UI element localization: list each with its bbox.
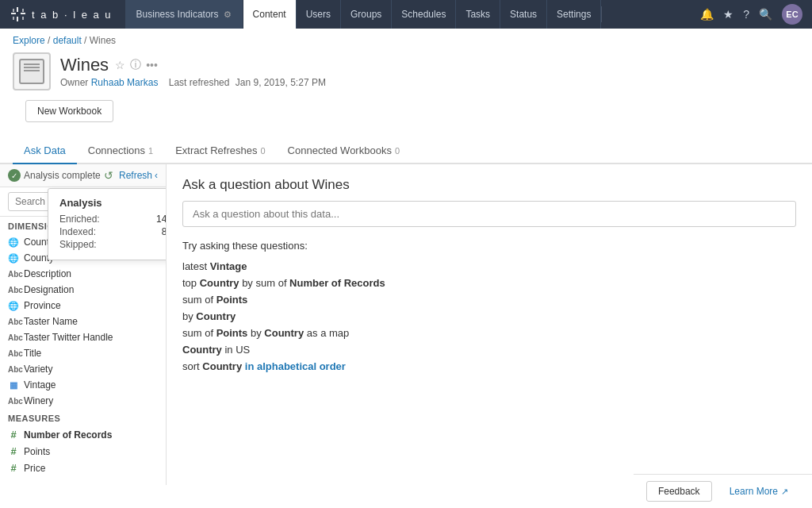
favorite-star-icon[interactable]: ☆ [115, 59, 125, 71]
calendar-icon: ▦ [8, 380, 19, 391]
svg-rect-7 [22, 17, 24, 20]
page-header: Wines ☆ ⓘ ••• Owner Ruhaab Markas Last r… [0, 52, 812, 100]
search-icon[interactable]: 🔍 [759, 8, 772, 21]
abc-icon-6: Abc [8, 365, 19, 374]
page-title-actions: ☆ ⓘ ••• [115, 58, 158, 72]
nav-status[interactable]: Status [500, 0, 547, 29]
nav-schedules[interactable]: Schedules [392, 0, 456, 29]
tooltip-row-skipped: Skipped: 1 field [59, 239, 167, 250]
suggestion-2[interactable]: top Country by sum of Number of Records [182, 275, 796, 291]
suggestion-5[interactable]: sum of Points by Country as a map [182, 325, 796, 341]
top-nav: t a b · l e a u Business Indicators ⚙ Co… [0, 0, 812, 29]
tab-connected-workbooks[interactable]: Connected Workbooks 0 [277, 138, 411, 164]
analysis-tooltip: Analysis Enriched: 14 / 15 fields Indexe… [48, 188, 167, 260]
analysis-complete: ✓ Analysis complete ↺ [8, 169, 113, 182]
tab-connections[interactable]: Connections 1 [77, 138, 164, 164]
abc-icon-3: Abc [8, 318, 19, 326]
content-area: ✓ Analysis complete ↺ Refresh ‹ Analysis… [0, 164, 812, 485]
field-winery[interactable]: Abc Winery [0, 393, 166, 409]
refresh-button[interactable]: Refresh ‹ [119, 170, 158, 181]
nav-divider [601, 6, 602, 22]
breadcrumb-explore[interactable]: Explore [13, 35, 45, 46]
nav-content[interactable]: Content [243, 0, 297, 29]
globe-icon: 🌐 [8, 237, 19, 248]
page-header-info: Wines ☆ ⓘ ••• Owner Ruhaab Markas Last r… [60, 55, 799, 88]
business-indicators-label: Business Indicators [136, 9, 219, 20]
abc-icon-5: Abc [8, 349, 19, 358]
svg-rect-4 [13, 9, 14, 12]
globe-icon-3: 🌐 [8, 301, 19, 311]
field-taster-twitter[interactable]: Abc Taster Twitter Handle [0, 329, 166, 345]
tab-ask-data[interactable]: Ask Data [13, 138, 77, 164]
breadcrumb-current: Wines [90, 35, 116, 46]
breadcrumb-default[interactable]: default [53, 35, 82, 46]
abc-icon-7: Abc [8, 397, 19, 406]
logo-text: t a b · l e a u [32, 9, 113, 21]
user-avatar[interactable]: EC [782, 4, 802, 25]
tableau-logo [10, 6, 27, 23]
field-title[interactable]: Abc Title [0, 345, 166, 361]
chevron-icon: ‹ [155, 170, 158, 181]
tabs-bar: Ask Data Connections 1 Extract Refreshes… [0, 138, 812, 164]
hash-icon-3: # [8, 462, 19, 474]
nav-settings[interactable]: Settings [547, 0, 601, 29]
tab-extract-refreshes[interactable]: Extract Refreshes 0 [164, 138, 276, 164]
svg-rect-6 [22, 9, 24, 12]
suggestions-title: Try asking these questions: [182, 240, 796, 252]
measures-header: Measures [0, 409, 166, 426]
star-icon[interactable]: ★ [723, 8, 733, 21]
abc-icon: Abc [8, 270, 19, 279]
main-content: Ask a question about Wines Try asking th… [167, 164, 812, 485]
svg-rect-1 [17, 17, 18, 21]
learn-more-button[interactable]: Learn More ↗ [718, 481, 799, 485]
suggestion-3[interactable]: sum of Points [182, 291, 796, 308]
question-input[interactable] [182, 201, 796, 227]
nav-tasks[interactable]: Tasks [456, 0, 500, 29]
nav-groups[interactable]: Groups [341, 0, 392, 29]
logo-area[interactable]: t a b · l e a u [10, 6, 113, 23]
main-nav: Content Users Groups Schedules Tasks Sta… [243, 0, 602, 29]
nav-right: 🔔 ★ ? 🔍 EC [700, 4, 802, 25]
suggestion-4[interactable]: by Country [182, 308, 796, 325]
owner-link[interactable]: Ruhaab Markas [91, 77, 159, 88]
field-taster-name[interactable]: Abc Taster Name [0, 314, 166, 329]
suggestion-7[interactable]: sort Country in alphabetical order [182, 358, 796, 375]
new-workbook-button[interactable]: New Workbook [25, 100, 113, 122]
svg-rect-2 [11, 13, 16, 14]
info-icon[interactable]: ⓘ [130, 58, 141, 72]
field-variety[interactable]: Abc Variety [0, 361, 166, 377]
bottom-bar: Feedback Learn More ↗ [634, 474, 812, 485]
suggestion-1[interactable]: latest Vintage [182, 258, 796, 275]
analysis-bar: ✓ Analysis complete ↺ Refresh ‹ Analysis… [0, 164, 166, 187]
abc-icon-4: Abc [8, 333, 19, 342]
datasource-icon [13, 52, 51, 90]
field-points[interactable]: # Points [0, 443, 166, 460]
tooltip-row-enriched: Enriched: 14 / 15 fields [59, 214, 167, 225]
page-meta: Owner Ruhaab Markas Last refreshed Jan 9… [60, 77, 799, 88]
nav-users[interactable]: Users [297, 0, 341, 29]
page-title: Wines ☆ ⓘ ••• [60, 55, 799, 75]
analysis-check-icon: ✓ [8, 169, 21, 182]
field-description[interactable]: Abc Description [0, 266, 166, 282]
globe-icon-2: 🌐 [8, 253, 19, 264]
field-designation[interactable]: Abc Designation [0, 282, 166, 298]
tooltip-row-indexed: Indexed: 8 / 10 fields [59, 226, 167, 237]
ask-question-title: Ask a question about Wines [182, 177, 796, 193]
help-icon[interactable]: ? [743, 8, 749, 21]
alert-icon[interactable]: 🔔 [700, 8, 714, 21]
field-province[interactable]: 🌐 Province [0, 298, 166, 314]
abc-icon-2: Abc [8, 286, 19, 294]
analysis-cursor-icon[interactable]: ↺ [104, 169, 113, 182]
hash-icon: # [8, 429, 19, 441]
field-number-of-records[interactable]: # Number of Records [0, 426, 166, 443]
feedback-button[interactable]: Feedback [646, 481, 712, 485]
sidebar: ✓ Analysis complete ↺ Refresh ‹ Analysis… [0, 164, 167, 485]
svg-rect-0 [17, 7, 18, 12]
business-indicators-nav[interactable]: Business Indicators ⚙ [125, 0, 243, 29]
breadcrumb: Explore / default / Wines [0, 29, 812, 52]
field-price[interactable]: # Price [0, 460, 166, 476]
suggestion-6[interactable]: Country in US [182, 341, 796, 358]
field-vintage[interactable]: ▦ Vintage [0, 377, 166, 393]
svg-rect-3 [21, 13, 25, 14]
more-options-icon[interactable]: ••• [146, 59, 158, 71]
